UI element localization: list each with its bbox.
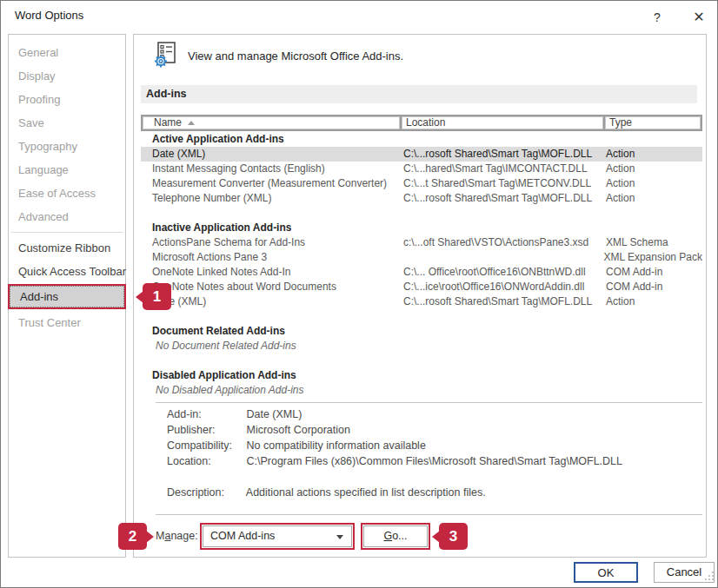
cell-name: Microsoft Actions Pane 3 (141, 250, 399, 265)
table-row[interactable]: Date (XML) C:\...rosoft Shared\Smart Tag… (141, 147, 702, 162)
table-row[interactable]: OneNote Notes about Word Documents C:\..… (141, 280, 702, 294)
table-row[interactable]: OneNote Linked Notes Add-In C:\... Offic… (141, 265, 702, 280)
column-header-location-label: Location (406, 117, 445, 129)
sidebar-item-trust-center[interactable]: Trust Center (9, 311, 125, 334)
manage-divider (156, 514, 702, 515)
table-row[interactable]: Instant Messaging Contacts (English) C:\… (141, 162, 702, 176)
cell-location: C:\...t Shared\Smart Tag\METCONV.DLL (400, 176, 603, 191)
sidebar-item-add-ins-label: Add-ins (20, 290, 58, 303)
cell-type: Action (603, 191, 702, 206)
sidebar-item-advanced[interactable]: Advanced (9, 205, 125, 228)
detail-row-publisher: Publisher: Microsoft Corporation (167, 422, 622, 438)
sidebar-divider (10, 232, 123, 233)
empty-note-label: No Document Related Add-ins (141, 339, 296, 353)
add-in-details: Add-in: Date (XML) Publisher: Microsoft … (167, 406, 622, 500)
table-row[interactable]: ActionsPane Schema for Add-Ins c:\...oft… (141, 235, 702, 250)
cell-type: Action (603, 147, 702, 162)
detail-label: Location: (167, 453, 243, 469)
go-button[interactable]: Go... (363, 525, 428, 547)
word-options-dialog: Word Options ? ✕ General Display Proofin… (0, 0, 718, 588)
annotation-step-2-badge: 2 (118, 523, 147, 550)
detail-label: Add-in: (167, 406, 243, 422)
page-description: View and manage Microsoft Office Add-ins… (188, 50, 403, 63)
cell-name: ActionsPane Schema for Add-Ins (141, 235, 400, 250)
detail-value: C:\Program Files (x86)\Common Files\Micr… (246, 455, 622, 467)
detail-row-compatibility: Compatibility: No compatibility informat… (167, 438, 622, 453)
sidebar-item-display[interactable]: Display (9, 64, 125, 88)
ok-button[interactable]: OK (574, 562, 638, 583)
close-icon[interactable]: ✕ (688, 6, 710, 29)
column-header-name-label: Name (154, 117, 182, 129)
resize-grip[interactable] (704, 569, 715, 585)
group-header-active: Active Application Add-ins (141, 132, 702, 147)
cell-type: Action (603, 162, 702, 176)
table-row[interactable]: Time (XML) C:\...rosoft Shared\Smart Tag… (141, 294, 702, 309)
cell-type: Action (603, 176, 702, 191)
manage-label-suffix: nage: (170, 530, 197, 542)
column-header-name[interactable]: Name (143, 116, 400, 129)
table-row[interactable]: Telephone Number (XML) C:\...rosoft Shar… (141, 191, 702, 206)
sidebar-item-customize-ribbon[interactable]: Customize Ribbon (9, 236, 125, 260)
cell-location: C:\...rosoft Shared\Smart Tag\MOFL.DLL (400, 294, 603, 309)
annotation-step-2-number: 2 (129, 528, 136, 545)
cell-type: COM Add-in (603, 280, 702, 294)
detail-value: No compatibility information available (246, 439, 425, 452)
annotation-step-3-badge: 3 (439, 523, 468, 550)
detail-value: Microsoft Corporation (246, 424, 350, 436)
page-header: View and manage Microsoft Office Add-ins… (151, 42, 403, 69)
manage-label: Manage: (156, 523, 198, 550)
sidebar-item-proofing[interactable]: Proofing (9, 88, 125, 111)
table-row[interactable]: Microsoft Actions Pane 3 XML Expansion P… (141, 250, 702, 265)
manage-row: 2 Manage: COM Add-ins Go... 3 (134, 523, 708, 551)
group-header-label: Disabled Application Add-ins (141, 368, 296, 383)
title-bar: Word Options ? ✕ (1, 1, 717, 34)
group-header-document-related: Document Related Add-ins (141, 324, 702, 339)
column-header-type[interactable]: Type (605, 116, 701, 129)
cell-location: C:\...rosoft Shared\Smart Tag\MOFL.DLL (400, 147, 603, 162)
sidebar-item-save[interactable]: Save (9, 111, 125, 135)
sort-ascending-icon (188, 121, 195, 125)
cell-type: XML Expansion Pack (601, 250, 702, 265)
sidebar-item-ease-of-access[interactable]: Ease of Access (9, 182, 125, 205)
sidebar-item-general[interactable]: General (9, 41, 125, 64)
empty-note-label: No Disabled Application Add-ins (141, 383, 304, 398)
sidebar: General Display Proofing Save Typography… (8, 34, 126, 558)
sidebar-item-add-ins[interactable]: Add-ins 1 (10, 286, 124, 307)
annotation-step-1-badge: 1 (143, 283, 171, 310)
row-spacer (141, 309, 702, 324)
sidebar-item-quick-access-toolbar[interactable]: Quick Access Toolbar (9, 260, 125, 283)
cell-location (399, 250, 602, 265)
detail-value: Additional actions specified in list des… (246, 486, 486, 499)
column-header-location[interactable]: Location (402, 116, 603, 129)
add-ins-list: Active Application Add-ins Date (XML) C:… (141, 132, 702, 398)
annotation-arrow-right-icon (146, 531, 154, 543)
window-title: Word Options (15, 9, 83, 22)
cell-type: XML Schema (603, 235, 702, 250)
group-header-label: Inactive Application Add-ins (141, 221, 291, 235)
annotation-arrow-left-icon (136, 291, 143, 303)
detail-row-location: Location: C:\Program Files (x86)\Common … (167, 453, 622, 469)
annotation-box-go-button: Go... (361, 523, 430, 550)
group-header-label: Active Application Add-ins (141, 132, 284, 147)
cell-name: OneNote Linked Notes Add-In (141, 265, 400, 280)
cell-name: Instant Messaging Contacts (English) (141, 162, 400, 176)
cell-name: OneNote Notes about Word Documents (141, 280, 400, 294)
group-header-disabled: Disabled Application Add-ins (141, 368, 702, 383)
sidebar-item-typography[interactable]: Typography (9, 135, 125, 158)
cell-location: C:\...rosoft Shared\Smart Tag\MOFL.DLL (400, 191, 603, 206)
details-divider (156, 402, 702, 403)
section-header: Add-ins (141, 85, 697, 103)
cell-type: Action (603, 294, 702, 309)
cell-name: Time (XML) (141, 294, 400, 309)
detail-value: Date (XML) (246, 408, 302, 420)
main-panel: View and manage Microsoft Office Add-ins… (133, 34, 707, 558)
row-spacer (141, 353, 702, 368)
sidebar-item-language[interactable]: Language (9, 158, 125, 182)
table-row[interactable]: Measurement Converter (Measurement Conve… (141, 176, 702, 191)
help-icon[interactable]: ? (646, 6, 668, 29)
empty-group-note: No Disabled Application Add-ins (141, 383, 702, 398)
manage-dropdown[interactable]: COM Add-ins (203, 525, 352, 547)
cell-location: C:\...ice\root\Office16\ONWordAddin.dll (400, 280, 603, 294)
cell-location: C:\...hared\Smart Tag\IMCONTACT.DLL (400, 162, 603, 176)
detail-label: Description: (167, 485, 243, 500)
